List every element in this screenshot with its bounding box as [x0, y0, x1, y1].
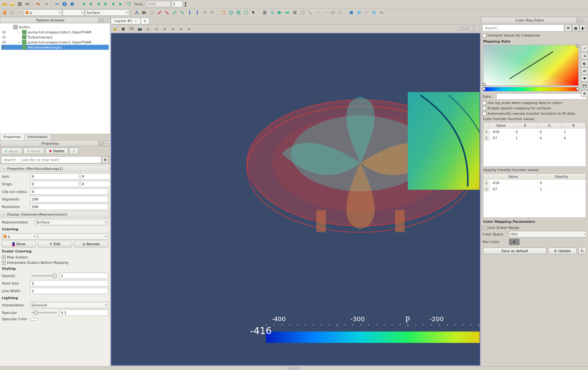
- rescale-button[interactable]: ⇲Rescale: [74, 241, 108, 247]
- resolution-input[interactable]: [30, 204, 108, 210]
- mapping-canvas[interactable]: [483, 45, 579, 86]
- help-icon[interactable]: ?: [61, 1, 68, 8]
- specular-slider[interactable]: [32, 312, 57, 313]
- props-close-icon[interactable]: ×: [103, 141, 108, 146]
- visibility-icon[interactable]: [2, 31, 6, 34]
- visibility-icon[interactable]: [2, 46, 6, 49]
- cmap-separate-icon[interactable]: ◧: [580, 25, 587, 32]
- ctf-row[interactable]: 1-416001: [483, 129, 586, 135]
- render-view[interactable]: p -400-300-200-100 -416 -57: [111, 33, 480, 366]
- view-close-icon[interactable]: ×: [475, 26, 480, 31]
- interp-cat-check[interactable]: [482, 34, 486, 38]
- clip-icon[interactable]: [276, 9, 283, 16]
- save-data-icon[interactable]: [16, 1, 23, 8]
- time-spin-down-icon[interactable]: ▾: [183, 4, 188, 7]
- logscale-check[interactable]: [482, 101, 486, 105]
- ctf-row[interactable]: 2-57100: [483, 135, 586, 141]
- tree-toggle-icon[interactable]: −: [18, 40, 21, 44]
- axes-icon[interactable]: [133, 9, 140, 16]
- mapping-handle-low[interactable]: [483, 83, 486, 86]
- connect-icon[interactable]: [24, 1, 31, 8]
- save-icon[interactable]: [9, 1, 16, 8]
- group2-icon[interactable]: [337, 9, 344, 16]
- redo-icon[interactable]: [43, 1, 49, 8]
- view-py-icon[interactable]: [171, 9, 178, 16]
- vector-component-dropdown[interactable]: [62, 9, 84, 16]
- group-icon[interactable]: [329, 9, 336, 16]
- axis-x-input[interactable]: [30, 173, 79, 180]
- tab-close-icon[interactable]: ×: [134, 19, 137, 23]
- stream-icon[interactable]: [314, 9, 321, 16]
- pipeline-item[interactable]: −pump-full-snappy{rotor}.OpenFOAM: [1, 40, 109, 45]
- first-frame-icon[interactable]: [80, 1, 87, 8]
- view-nx-icon[interactable]: [164, 9, 170, 16]
- zoom-data-icon[interactable]: [235, 9, 242, 16]
- split-h-icon[interactable]: ◫: [458, 26, 463, 31]
- chart2-icon[interactable]: [355, 9, 362, 16]
- data-value-input[interactable]: [496, 93, 587, 100]
- autorescale-check[interactable]: [482, 112, 486, 116]
- save-preset-icon[interactable]: 💾: [581, 83, 588, 90]
- lock-icon[interactable]: 🔒: [112, 25, 118, 32]
- reset-camera-icon[interactable]: [220, 9, 227, 16]
- axis-y-input[interactable]: [80, 173, 110, 180]
- props-help-icon[interactable]: ?: [69, 148, 79, 154]
- time-step-input[interactable]: [171, 1, 183, 7]
- show-button[interactable]: Show: [2, 241, 36, 247]
- undo-icon[interactable]: [35, 1, 42, 8]
- hue-handle-low[interactable]: [482, 87, 486, 90]
- tab-properties[interactable]: Properties: [0, 134, 25, 140]
- pointsize-input[interactable]: [30, 280, 108, 286]
- prev-frame-icon[interactable]: [87, 1, 94, 8]
- pipeline-item[interactable]: TurboUnwrap1: [1, 35, 109, 40]
- visibility-icon[interactable]: [2, 36, 6, 39]
- props-advanced-icon[interactable]: ⚙: [102, 156, 109, 163]
- split-v-icon[interactable]: ⊟: [463, 26, 468, 31]
- view-nz-icon[interactable]: [194, 9, 201, 16]
- select-block-icon[interactable]: ▫: [161, 25, 168, 32]
- color-comp-select[interactable]: [38, 233, 108, 240]
- color-variable-dropdown[interactable]: p: [24, 9, 62, 16]
- open-icon[interactable]: [1, 1, 8, 8]
- maximize-icon[interactable]: □: [469, 26, 474, 31]
- chart4-icon[interactable]: [371, 9, 378, 16]
- axes-small-icon[interactable]: [9, 9, 16, 16]
- origin-y-input[interactable]: [80, 181, 110, 187]
- preset-icon[interactable]: ❤: [581, 75, 588, 82]
- play-back-icon[interactable]: [95, 1, 102, 8]
- update-button[interactable]: ⟳Update: [548, 248, 577, 254]
- representation-select[interactable]: Surface: [35, 219, 108, 225]
- segments-input[interactable]: [30, 196, 108, 202]
- statusbar-grip-icon[interactable]: [288, 367, 300, 369]
- origin-x-input[interactable]: [30, 181, 79, 187]
- specular-input[interactable]: [59, 309, 108, 316]
- extract-icon[interactable]: [299, 9, 306, 16]
- display-section-header[interactable]: Display (GeometryRepresentation): [1, 211, 109, 218]
- info-icon[interactable]: [69, 1, 76, 8]
- interp-scalars-check[interactable]: ✕: [2, 261, 6, 265]
- linewidth-input[interactable]: [30, 288, 108, 294]
- hue-bar[interactable]: [483, 87, 579, 91]
- render-icon[interactable]: ▦: [120, 25, 127, 32]
- cursor-icon[interactable]: [250, 9, 257, 16]
- apply-button[interactable]: ✔Apply: [1, 148, 22, 154]
- center-icon[interactable]: [148, 9, 155, 16]
- representation-dropdown[interactable]: Surface: [85, 9, 129, 16]
- select-poly-icon[interactable]: ▫: [186, 25, 193, 32]
- select-interact-icon[interactable]: ▫: [177, 25, 184, 32]
- chart3-icon[interactable]: [363, 9, 370, 16]
- pipeline-close-icon[interactable]: ×: [103, 18, 108, 22]
- cmap-float-icon[interactable]: ◱: [576, 18, 581, 22]
- rot-90-icon[interactable]: [209, 9, 216, 16]
- rescale-range-icon[interactable]: ⤢: [581, 45, 588, 52]
- pipeline-item[interactable]: −pump-full-snappy{rotor}.OpenFOAM: [1, 30, 109, 35]
- select-cell-icon[interactable]: ▫: [153, 25, 160, 32]
- select-through-icon[interactable]: ▫: [169, 25, 176, 32]
- view-ny-icon[interactable]: [179, 9, 186, 16]
- auto-update-icon[interactable]: ↻: [579, 248, 586, 254]
- zoom-fit-icon[interactable]: [228, 9, 234, 16]
- loop-icon[interactable]: [125, 1, 132, 8]
- hue-handle-high[interactable]: [576, 87, 579, 90]
- calc-icon[interactable]: [261, 9, 268, 16]
- save-default-button[interactable]: Save as default: [483, 248, 546, 254]
